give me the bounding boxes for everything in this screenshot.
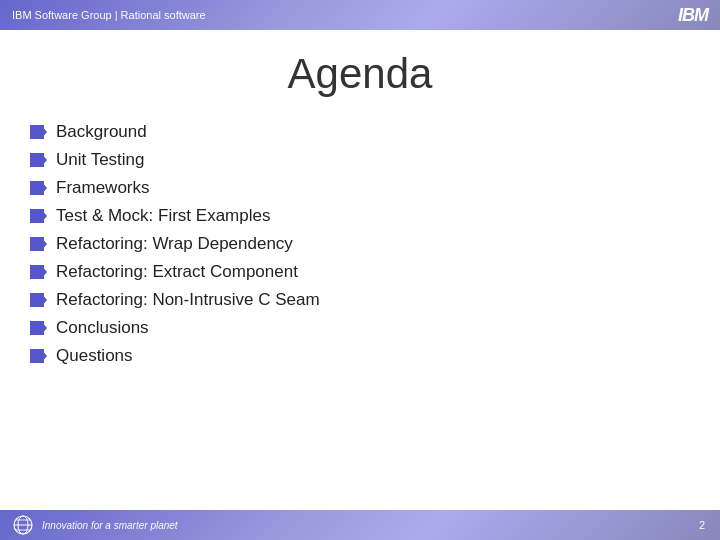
agenda-item: Refactoring: Wrap Dependency <box>30 230 690 258</box>
agenda-item-label: Questions <box>56 346 133 366</box>
agenda-item-label: Refactoring: Non-Intrusive C Seam <box>56 290 320 310</box>
bullet-icon <box>30 293 44 307</box>
agenda-item-label: Test & Mock: First Examples <box>56 206 270 226</box>
bullet-icon <box>30 321 44 335</box>
agenda-item: Questions <box>30 342 690 370</box>
page-number: 2 <box>699 519 705 531</box>
top-bar: IBM Software Group | Rational software I… <box>0 0 720 30</box>
agenda-item: Conclusions <box>30 314 690 342</box>
agenda-item-label: Frameworks <box>56 178 150 198</box>
bottom-bar: Innovation for a smarter planet 2 <box>0 510 720 540</box>
footer-tagline: Innovation for a smarter planet <box>42 520 178 531</box>
agenda-item: Frameworks <box>30 174 690 202</box>
bullet-icon <box>30 125 44 139</box>
agenda-item: Background <box>30 118 690 146</box>
agenda-item-label: Refactoring: Wrap Dependency <box>56 234 293 254</box>
globe-icon <box>12 514 34 536</box>
agenda-item-label: Refactoring: Extract Component <box>56 262 298 282</box>
agenda-item-label: Conclusions <box>56 318 149 338</box>
main-content: Agenda BackgroundUnit TestingFrameworksT… <box>0 30 720 510</box>
agenda-list: BackgroundUnit TestingFrameworksTest & M… <box>30 118 690 370</box>
bullet-icon <box>30 153 44 167</box>
page-title: Agenda <box>30 50 690 98</box>
agenda-item: Refactoring: Extract Component <box>30 258 690 286</box>
agenda-item-label: Background <box>56 122 147 142</box>
bullet-icon <box>30 237 44 251</box>
ibm-logo-top: IBM <box>678 5 708 26</box>
agenda-item-label: Unit Testing <box>56 150 145 170</box>
agenda-item: Test & Mock: First Examples <box>30 202 690 230</box>
agenda-item: Unit Testing <box>30 146 690 174</box>
bullet-icon <box>30 265 44 279</box>
header-title: IBM Software Group | Rational software <box>12 9 206 21</box>
bullet-icon <box>30 349 44 363</box>
bullet-icon <box>30 209 44 223</box>
bullet-icon <box>30 181 44 195</box>
agenda-item: Refactoring: Non-Intrusive C Seam <box>30 286 690 314</box>
